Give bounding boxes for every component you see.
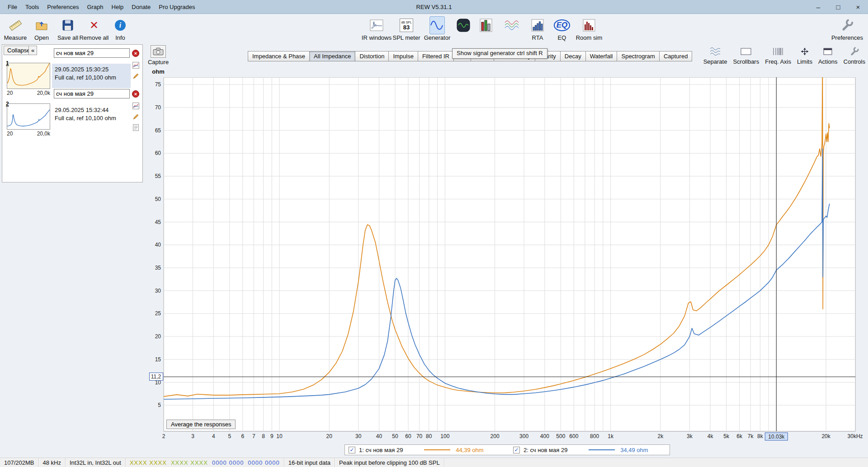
legend-1-value: 44,39 ohm xyxy=(456,447,501,453)
preferences-button[interactable]: Preferences xyxy=(830,16,864,41)
room-sim-button[interactable]: Room sim xyxy=(576,16,603,41)
status-input-meters: XXXX XXXX XXXX XXXX 0000 0000 0000 0000 xyxy=(126,458,284,467)
levels-button[interactable] xyxy=(476,16,496,41)
measurement-1-chart-icon[interactable] xyxy=(132,62,139,69)
measurement-panel: Collapse « × 1 20 20,0k 29.05.2025 15:30… xyxy=(2,44,143,182)
scrollbars-button[interactable]: Scrollbars xyxy=(733,46,759,65)
info-button[interactable]: i Info xyxy=(108,16,133,41)
tab-impedance-phase[interactable]: Impedance & Phase xyxy=(248,51,310,61)
open-button[interactable]: Open xyxy=(29,16,54,41)
capture-button[interactable] xyxy=(151,45,166,58)
freq-axis-icon xyxy=(773,46,783,57)
measurement-1-thumbnail[interactable] xyxy=(7,63,50,89)
average-responses-button[interactable]: Average the responses xyxy=(166,420,236,429)
measurement-2-thumbnail[interactable] xyxy=(7,103,50,130)
spectrum-bars-icon xyxy=(531,16,544,34)
tab-filtered-ir[interactable]: Filtered IR xyxy=(418,51,454,61)
generator-button[interactable]: Generator xyxy=(424,16,451,41)
remove-all-button[interactable]: ✕ Remove all xyxy=(81,16,107,41)
measurement-1-edit-icon[interactable] xyxy=(132,73,139,79)
x-tick-label: 5 xyxy=(228,433,231,439)
spl-meter-button[interactable]: dB SPL 83 SPL meter xyxy=(392,16,421,41)
measurement-2-edit-icon[interactable] xyxy=(132,113,139,120)
legend-2-checkbox[interactable] xyxy=(513,447,520,453)
menu-donate[interactable]: Donate xyxy=(127,2,155,12)
output-meter-right: 0000 0000 xyxy=(248,459,279,466)
menu-graph[interactable]: Graph xyxy=(83,2,107,12)
actions-button[interactable]: Actions xyxy=(818,46,838,65)
tab-waterfall[interactable]: Waterfall xyxy=(585,51,618,61)
measurement-1-name-input[interactable] xyxy=(54,48,130,58)
floppy-disk-icon xyxy=(61,16,74,34)
ir-windows-button[interactable]: IR windows xyxy=(364,16,389,41)
measurement-1-delete-button[interactable]: × xyxy=(132,50,139,57)
legend-1-checkbox[interactable] xyxy=(349,447,355,453)
x-tick-label: 30kHz xyxy=(848,433,863,439)
wrench-icon xyxy=(840,16,854,34)
measurement-2-delete-button[interactable]: × xyxy=(132,90,139,98)
measurement-2-name-input[interactable] xyxy=(54,89,130,98)
y-tick-label: 40 xyxy=(155,242,161,248)
tab-impulse[interactable]: Impulse xyxy=(388,51,418,61)
tab-spectrogram[interactable]: Spectrogram xyxy=(617,51,659,61)
status-bit-depth: 16-bit input data xyxy=(284,458,335,467)
x-tick-label: 400 xyxy=(540,433,549,439)
limits-arrows-icon xyxy=(800,46,810,57)
collapse-arrow-button[interactable]: « xyxy=(28,46,37,55)
limits-button[interactable]: Limits xyxy=(797,46,812,65)
titlebar: File Tools Preferences Graph Help Donate… xyxy=(0,0,868,14)
x-tick-label: 8 xyxy=(262,433,265,439)
measurement-1-info: Full cal, ref 10,100 ohm xyxy=(55,74,128,82)
x-tick-label: 300 xyxy=(519,433,528,439)
x-tick-label: 5k xyxy=(723,433,730,439)
x-tick-label: 600 xyxy=(569,433,578,439)
thumb-xmin: 20 xyxy=(7,90,13,96)
tab-distortion[interactable]: Distortion xyxy=(355,51,389,61)
tab-captured[interactable]: Captured xyxy=(659,51,692,61)
x-tick-label: 20k xyxy=(821,433,830,439)
close-button[interactable]: × xyxy=(848,0,868,14)
impedance-chart[interactable]: 5101520253035404550556065707523456789102… xyxy=(149,77,868,442)
separate-button[interactable]: Separate xyxy=(703,46,727,65)
menu-file[interactable]: File xyxy=(4,2,21,12)
measurement-2-notes-icon[interactable] xyxy=(132,124,139,131)
x-tick-label: 2k xyxy=(658,433,664,439)
capture-column: Capture ohm xyxy=(147,45,169,75)
maximize-button[interactable]: □ xyxy=(828,0,848,14)
tab-all-impedance[interactable]: All Impedance xyxy=(309,51,355,61)
y-tick-label: 30 xyxy=(155,288,161,294)
measurement-1-name-row: × xyxy=(54,48,139,58)
toolbar-left-group: Measure Open Save all ✕ Remove all i Inf… xyxy=(3,16,133,41)
save-all-button[interactable]: Save all xyxy=(55,16,80,41)
menu-help[interactable]: Help xyxy=(108,2,128,12)
chart-legend: 1: сч нов мая 29 44,39 ohm 2: сч нов мая… xyxy=(344,444,670,455)
multi-wave-button[interactable] xyxy=(499,16,524,41)
rta-button[interactable]: RTA xyxy=(527,16,548,41)
info-icon: i xyxy=(115,16,126,34)
tooltip: Show signal generator ctrl shift R xyxy=(452,48,547,59)
y-tick-label: 20 xyxy=(155,333,161,340)
measure-button[interactable]: Measure xyxy=(3,16,28,41)
toolbar-right-group: Preferences xyxy=(830,16,864,41)
y-axis-unit: ohm xyxy=(152,68,164,75)
y-tick-label: 65 xyxy=(155,127,161,134)
measurement-2-chart-icon[interactable] xyxy=(132,103,139,109)
multi-wave-icon xyxy=(504,16,519,34)
status-io-format: Int32L in, Int32L out xyxy=(66,458,126,467)
controls-wrench-icon xyxy=(849,46,859,57)
tab-decay[interactable]: Decay xyxy=(560,51,586,61)
toolbar-center-group: IR windows dB SPL 83 SPL meter Generator xyxy=(364,16,603,41)
scope-button[interactable] xyxy=(453,16,473,41)
menu-tools[interactable]: Tools xyxy=(21,2,43,12)
controls-button[interactable]: Controls xyxy=(844,46,865,65)
minimize-button[interactable]: – xyxy=(808,0,828,14)
svg-text:10.03k: 10.03k xyxy=(768,434,785,440)
thumb-xmax: 20,0k xyxy=(37,131,50,137)
freq-axis-button[interactable]: Freq. Axis xyxy=(765,46,791,65)
x-tick-label: 60 xyxy=(405,433,411,439)
menu-bar: File Tools Preferences Graph Help Donate… xyxy=(0,2,199,12)
menu-preferences[interactable]: Preferences xyxy=(43,2,83,12)
measurement-2[interactable]: 2 20 20,0k 29.05.2025 15:32:44 Full cal,… xyxy=(5,102,141,142)
menu-pro-upgrades[interactable]: Pro Upgrades xyxy=(155,2,199,12)
eq-button[interactable]: EQ EQ xyxy=(551,16,573,41)
